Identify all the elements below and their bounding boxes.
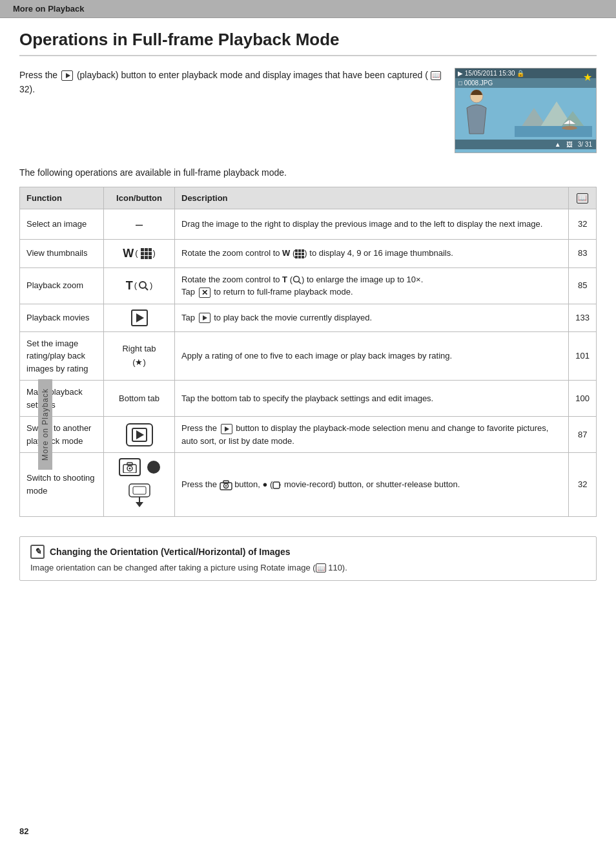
svg-point-16 — [128, 468, 130, 470]
row5-icon: Right tab(★) — [104, 331, 175, 381]
book-header-icon: 📖 — [577, 193, 588, 204]
play-tri-inner — [136, 430, 144, 439]
camera-screen-header: ▶ 15/05/2011 15:30 🔒 — [455, 68, 596, 78]
shutter-release-icon — [127, 483, 152, 511]
shooting-icons-group — [110, 458, 168, 511]
row6-function: Make playback settings — [20, 381, 104, 417]
t-bracket-open: ( — [134, 279, 137, 292]
footer-thumb-icon: 🖼 — [566, 141, 573, 148]
row6-page: 100 — [569, 381, 597, 417]
row6-icon: Bottom tab — [104, 381, 175, 417]
row8-description: Press the button, ● ( movie-record) butt… — [175, 453, 569, 517]
svg-rect-25 — [273, 482, 280, 488]
svg-point-8 — [562, 126, 577, 130]
grid-icon — [141, 248, 152, 259]
row1-icon: – — [104, 209, 175, 239]
row4-icon — [104, 304, 175, 331]
row7-function: Switch to another playback mode — [20, 417, 104, 453]
svg-rect-5 — [515, 126, 592, 137]
play-inline-icon — [199, 313, 210, 323]
magnify-icon — [138, 280, 149, 291]
w-grid-icon: W ( ) — [123, 245, 156, 262]
intro-text: Press the (playback) button to enter pla… — [19, 68, 455, 97]
camera-icon — [119, 458, 141, 476]
row6-description: Tap the bottom tab to specify the playba… — [175, 381, 569, 417]
row5-page: 101 — [569, 331, 597, 381]
note-heading: Changing the Orientation (Vertical/Horiz… — [50, 547, 291, 557]
table-row: Playback movies Tap to play back the mov… — [20, 304, 597, 331]
row4-function: Playback movies — [20, 304, 104, 331]
table-row: Playback zoom T ( ) Rotate the zoom — [20, 267, 597, 304]
playback-button-icon — [61, 70, 73, 81]
black-circle-icon — [147, 461, 160, 474]
row5-function: Set the image rating/play back images by… — [20, 331, 104, 381]
screen-timestamp: ▶ 15/05/2011 15:30 🔒 — [458, 70, 524, 77]
page-number: 82 — [19, 826, 28, 836]
table-row: Set the image rating/play back images by… — [20, 331, 597, 381]
camera-screen: ▶ 15/05/2011 15:30 🔒 □ 0008.JPG — [455, 68, 596, 152]
table-row: Select an image – Drag the image to the … — [20, 209, 597, 239]
play-inline-icon2 — [221, 424, 232, 434]
th-icon: Icon/button — [104, 187, 175, 209]
row3-description: Rotate the zoom control to T () to enlar… — [175, 267, 569, 304]
note-title: ✎ Changing the Orientation (Vertical/Hor… — [30, 545, 586, 559]
row3-page: 85 — [569, 267, 597, 304]
th-description: Description — [175, 187, 569, 209]
row8-page: 32 — [569, 453, 597, 517]
table-row: View thumbnails W ( ) — [20, 239, 597, 267]
footer-arrow: ▲ — [555, 141, 561, 148]
playback-mode-icon — [126, 423, 153, 446]
svg-point-24 — [225, 485, 226, 486]
bracket-close: ) — [153, 247, 156, 260]
sidebar-label: More on Playback — [38, 379, 52, 470]
svg-marker-20 — [136, 502, 143, 507]
book-note-icon: 📖 — [316, 563, 326, 572]
svg-marker-26 — [280, 483, 281, 487]
top-bar: More on Playback — [0, 0, 616, 18]
table-row: Switch to another playback mode Press th… — [20, 417, 597, 453]
scene-svg — [515, 89, 592, 137]
row8-function: Switch to shooting mode — [20, 453, 104, 517]
row4-page: 133 — [569, 304, 597, 331]
bracket-open: ( — [135, 247, 138, 260]
w-letter: W — [123, 245, 134, 262]
person-svg — [459, 89, 495, 137]
camera-footer: ▲ 🖼 3/ 31 — [455, 140, 596, 149]
row3-function: Playback zoom — [20, 267, 104, 304]
row2-icon: W ( ) — [104, 239, 175, 267]
camera-svg — [123, 461, 137, 473]
svg-point-11 — [294, 277, 300, 282]
right-tab-icon: Right tab(★) — [110, 342, 168, 370]
play-icon-inner — [132, 428, 147, 442]
play-button-icon — [131, 309, 148, 326]
svg-point-9 — [139, 282, 146, 288]
x-box-icon: ✕ — [199, 288, 210, 298]
camera-display: ▶ 15/05/2011 15:30 🔒 □ 0008.JPG — [455, 68, 597, 153]
note-text: Image orientation can be changed after t… — [30, 563, 586, 573]
row1-description: Drag the image to the right to display t… — [175, 209, 569, 239]
note-section: ✎ Changing the Orientation (Vertical/Hor… — [19, 536, 597, 582]
row7-page: 87 — [569, 417, 597, 453]
table-row: Make playback settings Bottom tab Tap th… — [20, 381, 597, 417]
th-page: 📖 — [569, 187, 597, 209]
row5-description: Apply a rating of one to five to each im… — [175, 331, 569, 381]
operations-table: Function Icon/button Description 📖 Selec… — [19, 187, 597, 517]
svg-rect-14 — [127, 463, 132, 465]
main-content: Operations in Full-frame Playback Mode P… — [0, 18, 616, 611]
screen-scene — [455, 88, 596, 140]
note-pencil-icon: ✎ — [30, 545, 45, 559]
screen-filename: □ 0008.JPG — [455, 78, 596, 88]
play-triangle — [136, 313, 144, 322]
svg-rect-22 — [223, 481, 229, 483]
row1-page: 32 — [569, 209, 597, 239]
shooting-icons-top — [119, 458, 160, 476]
row7-description: Press the button to display the playback… — [175, 417, 569, 453]
row8-icon — [104, 453, 175, 517]
row2-function: View thumbnails — [20, 239, 104, 267]
table-row: Switch to shooting mode — [20, 453, 597, 517]
row4-description: Tap to play back the movie currently dis… — [175, 304, 569, 331]
th-function: Function — [20, 187, 104, 209]
svg-rect-17 — [129, 484, 150, 497]
t-bracket-close: ) — [150, 279, 152, 292]
intro-text-main: Press the (playback) button to enter pla… — [19, 70, 441, 94]
